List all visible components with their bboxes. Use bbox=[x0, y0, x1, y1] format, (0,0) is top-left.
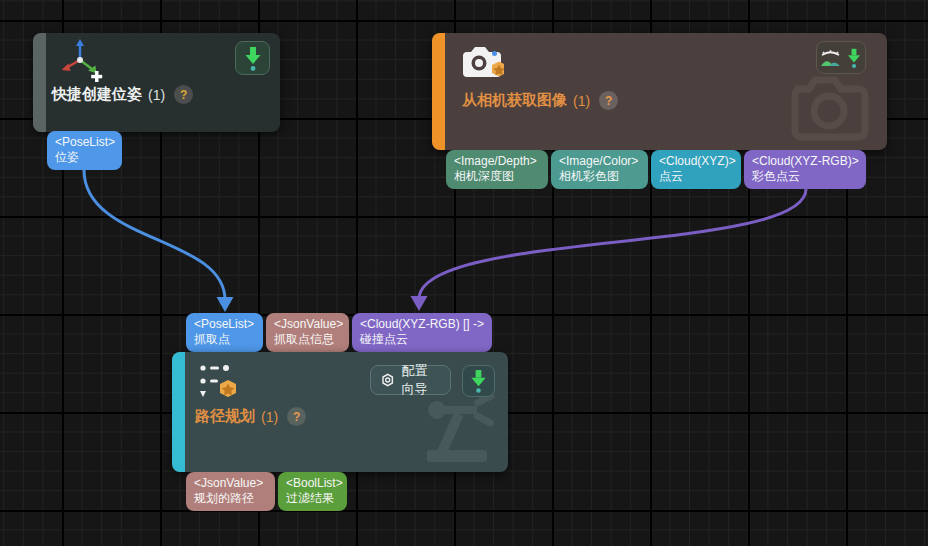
node-accent-bar bbox=[432, 33, 445, 150]
download-arrow-icon bbox=[469, 368, 488, 394]
port-pose-out[interactable]: <PoseList> 位姿 bbox=[47, 131, 122, 170]
node-instance-count: (1) bbox=[261, 409, 278, 425]
port-label: 抓取点信息 bbox=[274, 332, 341, 347]
wire-pose-arrowhead-icon bbox=[217, 297, 234, 312]
xyz-axis-icon bbox=[58, 38, 106, 88]
dotted-path-icon bbox=[198, 362, 242, 410]
node-title-text: 从相机获取图像 bbox=[462, 91, 567, 110]
port-color-cloud-out[interactable]: <Cloud(XYZ-RGB)> 彩色点云 bbox=[744, 150, 866, 189]
config-wizard-label: 配置向导 bbox=[401, 362, 440, 398]
port-label: 相机深度图 bbox=[454, 169, 540, 184]
port-planned-path-out[interactable]: <JsonValue> 规划的路径 bbox=[186, 472, 275, 511]
port-label: 位姿 bbox=[55, 150, 114, 165]
run-node-button[interactable] bbox=[235, 41, 270, 75]
port-label: 相机彩色图 bbox=[559, 169, 640, 184]
port-color-image-out[interactable]: <Image/Color> 相机彩色图 bbox=[551, 150, 648, 189]
help-icon[interactable]: ? bbox=[599, 91, 618, 110]
port-pick-info-in[interactable]: <JsonValue> 抓取点信息 bbox=[266, 313, 349, 352]
image-preview-icon bbox=[820, 48, 841, 68]
port-type: <BoolList> bbox=[286, 476, 339, 491]
node-graph-canvas[interactable]: 快捷创建位姿 (1) ? <PoseList> 位姿 bbox=[0, 0, 928, 546]
gear-icon bbox=[381, 371, 394, 389]
port-type: <Cloud(XYZ)> bbox=[659, 154, 733, 169]
node-accent-bar bbox=[172, 352, 185, 472]
node-accent-bar bbox=[33, 33, 46, 132]
port-depth-image-out[interactable]: <Image/Depth> 相机深度图 bbox=[446, 150, 548, 189]
node-instance-count: (1) bbox=[573, 93, 590, 109]
wire-cloud-to-collision[interactable] bbox=[419, 189, 806, 299]
port-pick-point-in[interactable]: <PoseList> 抓取点 bbox=[186, 313, 263, 352]
download-arrow-icon bbox=[846, 46, 862, 70]
port-type: <Image/Depth> bbox=[454, 154, 540, 169]
port-label: 规划的路径 bbox=[194, 491, 267, 506]
port-label: 彩色点云 bbox=[752, 169, 858, 184]
port-type: <PoseList> bbox=[55, 135, 114, 150]
camera-icon bbox=[458, 41, 504, 89]
node-title-text: 快捷创建位姿 bbox=[52, 85, 142, 104]
download-arrow-icon bbox=[243, 45, 263, 72]
port-type: <JsonValue> bbox=[194, 476, 267, 491]
port-filter-result-out[interactable]: <BoolList> 过滤结果 bbox=[278, 472, 347, 511]
wire-cloud-arrowhead-icon bbox=[411, 296, 428, 311]
port-label: 点云 bbox=[659, 169, 733, 184]
node-path-planning[interactable]: 配置向导 路径规划 (1) ? bbox=[172, 352, 508, 472]
run-node-button[interactable] bbox=[462, 365, 495, 397]
node-quick-create-pose[interactable]: 快捷创建位姿 (1) ? bbox=[33, 33, 280, 132]
node-instance-count: (1) bbox=[148, 87, 165, 103]
node-title: 从相机获取图像 (1) ? bbox=[462, 91, 618, 110]
help-icon[interactable]: ? bbox=[287, 407, 306, 426]
port-collision-cloud-in[interactable]: <Cloud(XYZ-RGB) [] -> 碰撞点云 bbox=[352, 313, 492, 352]
node-capture-from-camera[interactable]: 从相机获取图像 (1) ? bbox=[432, 33, 887, 150]
port-label: 抓取点 bbox=[194, 332, 255, 347]
camera-outline-watermark bbox=[785, 71, 873, 149]
help-icon[interactable]: ? bbox=[174, 85, 193, 104]
node-action-buttons[interactable] bbox=[816, 41, 866, 74]
node-title: 路径规划 (1) ? bbox=[195, 407, 306, 426]
port-point-cloud-out[interactable]: <Cloud(XYZ)> 点云 bbox=[651, 150, 741, 189]
node-title-text: 路径规划 bbox=[195, 407, 255, 426]
port-type: <Image/Color> bbox=[559, 154, 640, 169]
port-label: 碰撞点云 bbox=[360, 332, 484, 347]
port-label: 过滤结果 bbox=[286, 491, 339, 506]
port-type: <PoseList> bbox=[194, 317, 255, 332]
wire-pose-to-pick[interactable] bbox=[84, 170, 225, 300]
node-title: 快捷创建位姿 (1) ? bbox=[52, 85, 193, 104]
robot-arm-watermark bbox=[405, 394, 503, 470]
port-type: <Cloud(XYZ-RGB)> bbox=[752, 154, 858, 169]
config-wizard-button[interactable]: 配置向导 bbox=[370, 365, 451, 395]
port-type: <Cloud(XYZ-RGB) [] -> bbox=[360, 317, 484, 332]
port-type: <JsonValue> bbox=[274, 317, 341, 332]
